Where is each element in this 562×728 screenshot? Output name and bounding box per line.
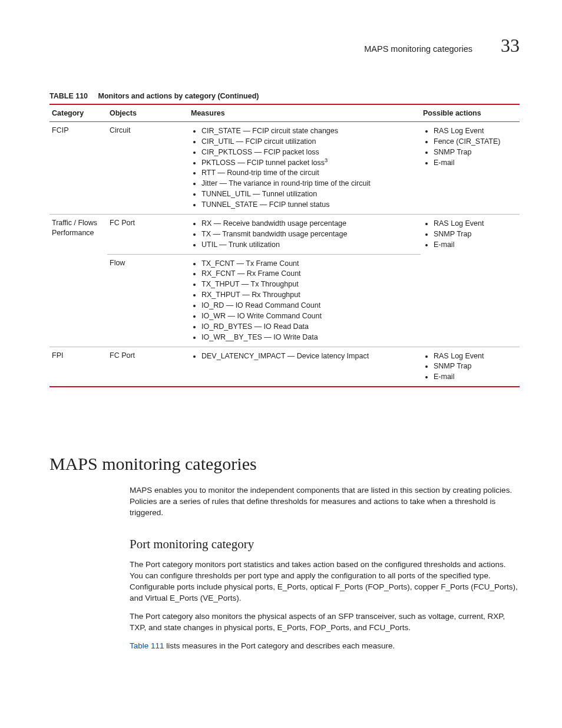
- table-row: FCIPCircuitCIR_STATE — FCIP circuit stat…: [49, 121, 520, 214]
- measure-item: Jitter — The variance in round-trip time…: [201, 179, 418, 189]
- measure-item: TUNNEL_STATE — FCIP tunnel status: [201, 200, 418, 210]
- measure-item: TX_THPUT — Tx Throughput: [201, 279, 418, 289]
- action-item: RAS Log Event: [434, 126, 517, 136]
- table-111-xref[interactable]: Table 111: [130, 641, 164, 650]
- table-row: FPIFC PortDEV_LATENCY_IMPACT — Device la…: [49, 347, 520, 387]
- measure-item: RX_FCNT — Rx Frame Count: [201, 269, 418, 279]
- cell-objects: FC Port: [107, 347, 189, 387]
- section-body: MAPS enables you to monitor the independ…: [130, 485, 520, 652]
- monitors-table: Category Objects Measures Possible actio…: [49, 104, 520, 387]
- cell-actions: RAS Log EventSNMP TrapE-mail: [421, 347, 520, 387]
- subsection-heading: Port monitoring category: [130, 536, 520, 552]
- cell-measures: TX_FCNT — Tx Frame CountRX_FCNT — Rx Fra…: [189, 254, 421, 347]
- cell-measures: RX — Receive bandwidth usage percentageT…: [189, 214, 421, 254]
- measure-item: PKTLOSS — FCIP tunnel packet loss3: [201, 158, 418, 168]
- sub-paragraph-3: Table 111 lists measures in the Port cat…: [130, 640, 520, 651]
- th-objects: Objects: [107, 104, 189, 121]
- section-heading: MAPS monitoring categories: [49, 452, 520, 476]
- cell-actions: RAS Log EventSNMP TrapE-mail: [421, 214, 520, 347]
- action-item: RAS Log Event: [434, 219, 517, 229]
- action-item: SNMP Trap: [434, 229, 517, 239]
- table-body: FCIPCircuitCIR_STATE — FCIP circuit stat…: [49, 121, 520, 387]
- measure-item: TUNNEL_UTIL — Tunnel utilization: [201, 189, 418, 199]
- cell-objects: Flow: [107, 254, 189, 347]
- measure-item: IO_RD_BYTES — IO Read Data: [201, 322, 418, 332]
- cell-measures: DEV_LATENCY_IMPACT — Device latency Impa…: [189, 347, 421, 387]
- measure-item: IO_WR — IO Write Command Count: [201, 311, 418, 321]
- cell-category: FPI: [49, 347, 107, 387]
- intro-paragraph: MAPS enables you to monitor the independ…: [130, 485, 520, 518]
- action-item: SNMP Trap: [434, 361, 517, 371]
- measure-item: IO_WR__BY_TES — IO Write Data: [201, 332, 418, 342]
- measure-item: DEV_LATENCY_IMPACT — Device latency Impa…: [201, 351, 418, 361]
- measure-item: UTIL — Trunk utilization: [201, 240, 418, 250]
- action-item: E-mail: [434, 158, 517, 168]
- running-title: MAPS monitoring categories: [364, 44, 472, 55]
- measure-item: RX_THPUT — Rx Throughput: [201, 290, 418, 300]
- measure-item: CIR_PKTLOSS — FCIP packet loss: [201, 147, 418, 157]
- table-caption: TABLE 110 Monitors and actions by catego…: [49, 91, 520, 101]
- measure-item: RX — Receive bandwidth usage percentage: [201, 219, 418, 229]
- action-item: SNMP Trap: [434, 147, 517, 157]
- measure-item: TX — Transmit bandwidth usage percentage: [201, 229, 418, 239]
- action-item: Fence (CIR_STATE): [434, 137, 517, 147]
- table-row: Traffic / Flows PerformanceFC PortRX — R…: [49, 214, 520, 254]
- cell-actions: RAS Log EventFence (CIR_STATE)SNMP TrapE…: [421, 121, 520, 214]
- cell-category: FCIP: [49, 121, 107, 214]
- measure-item: CIR_UTIL — FCIP circuit utilization: [201, 137, 418, 147]
- th-measures: Measures: [189, 104, 421, 121]
- cell-objects: FC Port: [107, 214, 189, 254]
- measure-item: RTT — Round-trip time of the circuit: [201, 168, 418, 178]
- sub-paragraph-2: The Port category also monitors the phys…: [130, 611, 520, 633]
- cell-measures: CIR_STATE — FCIP circuit state changesCI…: [189, 121, 421, 214]
- action-item: E-mail: [434, 240, 517, 250]
- running-header: MAPS monitoring categories 33: [49, 33, 520, 58]
- action-item: E-mail: [434, 372, 517, 382]
- measure-item: IO_RD — IO Read Command Count: [201, 301, 418, 311]
- cell-objects: Circuit: [107, 121, 189, 214]
- measure-item: CIR_STATE — FCIP circuit state changes: [201, 126, 418, 136]
- th-category: Category: [49, 104, 107, 121]
- th-actions: Possible actions: [421, 104, 520, 121]
- sub-paragraph-1: The Port category monitors port statisti…: [130, 559, 520, 604]
- chapter-number: 33: [501, 33, 520, 58]
- measure-item: TX_FCNT — Tx Frame Count: [201, 259, 418, 269]
- cell-category: Traffic / Flows Performance: [49, 214, 107, 347]
- action-item: RAS Log Event: [434, 351, 517, 361]
